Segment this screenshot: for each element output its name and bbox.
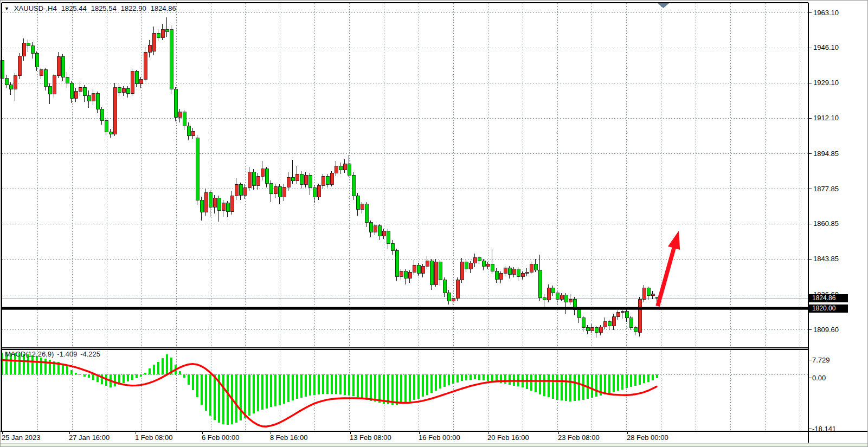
time-axis-label: 1 Feb 08:00 <box>135 433 172 442</box>
candle <box>217 198 221 210</box>
candle <box>31 46 34 53</box>
candle <box>642 288 646 299</box>
macd-name: MACD(12,26,9) <box>5 350 54 358</box>
candle <box>40 70 43 76</box>
candle <box>204 193 208 212</box>
candle <box>621 312 624 313</box>
time-axis-label: 13 Feb 08:00 <box>350 433 391 442</box>
candle <box>131 72 134 94</box>
chart-canvas[interactable] <box>1 1 868 447</box>
macd-axis-label: 0.00 <box>812 374 826 382</box>
candle <box>582 318 585 327</box>
candle <box>70 83 73 99</box>
ohlc-close: 1824.86 <box>151 4 176 12</box>
candle <box>343 164 346 170</box>
candle <box>265 169 268 184</box>
candle <box>5 79 8 85</box>
candle <box>18 56 21 75</box>
candle <box>157 33 160 37</box>
candle <box>248 172 251 188</box>
candle <box>308 175 312 187</box>
bottom-strip <box>1 443 868 447</box>
candle <box>647 288 650 295</box>
candle <box>378 226 381 236</box>
candle <box>369 223 372 232</box>
candle <box>586 327 589 331</box>
candle <box>469 263 472 269</box>
candle <box>460 262 464 280</box>
candle <box>152 33 156 51</box>
candle <box>27 43 30 46</box>
candle <box>1 61 4 79</box>
candle <box>491 264 494 271</box>
time-axis-label: 27 Jan 16:00 <box>69 433 110 442</box>
candle <box>339 166 342 170</box>
bid-price-tag: 1824.86 <box>809 294 848 302</box>
candle <box>335 166 338 173</box>
candle <box>96 94 99 109</box>
candle <box>191 131 195 136</box>
price-axis-label: 1963.10 <box>813 9 839 17</box>
candle <box>413 265 416 272</box>
candle <box>61 56 65 77</box>
price-axis-label: 1894.85 <box>813 150 839 158</box>
candle <box>356 196 359 209</box>
candle <box>638 300 641 332</box>
trend-arrow <box>655 231 680 307</box>
candle <box>48 87 52 94</box>
candle <box>482 261 485 267</box>
candle <box>465 262 468 269</box>
candle <box>326 176 329 184</box>
candle <box>313 187 316 197</box>
candle <box>495 271 498 280</box>
candle <box>348 164 351 175</box>
symbol-marker-icon: ▼ <box>4 6 9 11</box>
candle <box>35 53 38 67</box>
candle <box>330 173 333 184</box>
candle <box>595 327 598 332</box>
price-axis-label: 1877.85 <box>813 185 839 193</box>
macd-axis-label: -18.141 <box>812 425 836 433</box>
candle <box>473 258 477 263</box>
candle <box>53 76 56 94</box>
time-axis-label: 23 Feb 08:00 <box>558 433 600 442</box>
candle <box>525 272 529 273</box>
macd-signal-line <box>2 360 657 427</box>
candle <box>174 89 177 118</box>
candle <box>629 318 633 328</box>
candle <box>79 87 82 92</box>
candle <box>83 87 86 95</box>
level-price-tag: 1820.00 <box>809 305 848 313</box>
chart-header: ▼ XAUUSD-,H4 1825.44 1825.54 1822.90 182… <box>4 4 176 12</box>
candle <box>118 88 121 93</box>
candle <box>391 243 394 250</box>
candle <box>126 88 130 94</box>
macd-main-value: -1.409 <box>57 350 77 358</box>
candle <box>213 198 216 207</box>
candle <box>226 203 229 212</box>
symbol-period-label: XAUUSD-,H4 <box>14 4 57 12</box>
candle <box>187 126 190 136</box>
candle <box>57 56 60 75</box>
candle <box>135 72 138 84</box>
candle <box>243 187 247 195</box>
candle <box>408 272 412 278</box>
candle <box>256 176 260 185</box>
candle <box>209 193 212 208</box>
panel-frame <box>1 3 868 443</box>
candle <box>478 258 481 261</box>
candle <box>144 52 147 79</box>
candle <box>269 184 273 194</box>
candle <box>139 79 143 84</box>
candle <box>295 174 299 180</box>
macd-signal-value: -4.225 <box>80 350 100 358</box>
macd-indicator-label: MACD(12,26,9) -1.409 -4.225 <box>5 350 100 358</box>
price-axis-label: 1912.10 <box>813 114 839 122</box>
candle <box>612 317 615 326</box>
candle <box>109 132 112 134</box>
candle <box>148 45 151 52</box>
candle <box>87 96 91 101</box>
candle <box>282 187 286 197</box>
candle <box>44 70 47 87</box>
time-axis-label: 8 Feb 16:00 <box>270 433 307 442</box>
